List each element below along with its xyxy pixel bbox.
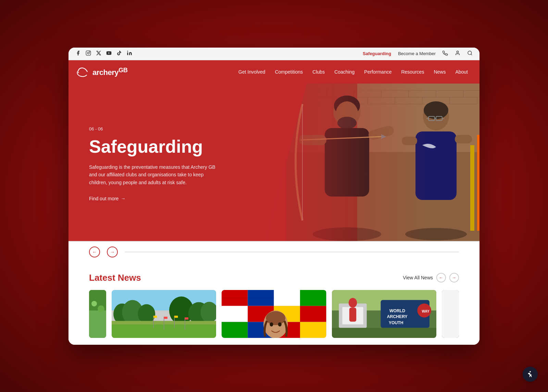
svg-point-57 — [138, 304, 155, 324]
svg-rect-82 — [300, 322, 326, 338]
svg-point-5 — [468, 51, 472, 55]
svg-text:WAY: WAY — [422, 309, 429, 313]
logo-icon — [75, 64, 90, 79]
hero-date: 06 - 06 — [89, 126, 269, 131]
phone-icon[interactable] — [443, 50, 448, 57]
twitter-icon[interactable] — [96, 50, 101, 57]
news-card-2-svg — [222, 290, 326, 338]
svg-rect-49 — [286, 84, 480, 241]
svg-point-99 — [349, 298, 357, 307]
facebook-icon[interactable] — [75, 50, 81, 57]
svg-point-103 — [530, 371, 531, 372]
news-card-3[interactable]: WORLD ARCHERY YOUTH WAY — [332, 290, 436, 338]
svg-point-88 — [278, 322, 282, 326]
hero-description: Safeguarding is the preventative measure… — [89, 163, 219, 186]
top-right-links: Safeguarding Become a Member — [363, 50, 473, 57]
social-icons — [75, 50, 132, 57]
nav-item-get-involved[interactable]: Get Involved — [234, 60, 270, 84]
view-all-label[interactable]: View All News — [403, 275, 433, 280]
nav-item-competitions[interactable]: Competitions — [270, 60, 308, 84]
svg-point-3 — [127, 51, 128, 52]
logo[interactable]: archeryGB — [75, 64, 128, 79]
carousel-next-button[interactable]: → — [107, 246, 118, 257]
nav-bar: archeryGB Get Involved Competitions Club… — [68, 60, 480, 84]
nav-item-coaching[interactable]: Coaching — [329, 60, 359, 84]
svg-rect-79 — [222, 322, 248, 338]
nav-item-about[interactable]: About — [450, 60, 473, 84]
nav-item-resources[interactable]: Resources — [396, 60, 429, 84]
news-prev-button[interactable]: ← — [436, 273, 446, 282]
carousel-progress-bar — [125, 252, 459, 252]
news-card-partial-right-svg — [442, 290, 459, 338]
news-card-3-svg: WORLD ARCHERY YOUTH WAY — [332, 290, 436, 338]
svg-point-86 — [266, 311, 286, 325]
hero-background-image — [286, 84, 480, 241]
svg-point-2 — [89, 51, 90, 52]
logo-gb: GB — [119, 66, 128, 74]
svg-rect-68 — [174, 316, 178, 318]
svg-point-1 — [87, 52, 89, 54]
latest-news-section: Latest News View All News ← → — [68, 262, 480, 345]
news-next-button[interactable]: → — [449, 273, 459, 282]
svg-rect-74 — [300, 290, 326, 306]
browser-frame: Safeguarding Become a Member archeryGB — [68, 48, 480, 345]
svg-rect-73 — [274, 290, 300, 306]
instagram-icon[interactable] — [86, 50, 91, 57]
news-card-partial-left — [89, 290, 106, 338]
latest-news-title: Latest News — [89, 273, 141, 283]
news-card-partial-img — [89, 290, 106, 338]
svg-point-52 — [91, 301, 97, 306]
svg-rect-75 — [222, 306, 248, 322]
search-icon[interactable] — [467, 50, 473, 57]
user-icon[interactable] — [455, 50, 460, 57]
logo-text: archeryGB — [92, 66, 128, 77]
news-card-3-image: WORLD ARCHERY YOUTH WAY — [332, 290, 436, 338]
svg-text:YOUTH: YOUTH — [389, 320, 403, 325]
top-bar: Safeguarding Become a Member — [68, 48, 480, 60]
safeguarding-link[interactable]: Safeguarding — [363, 51, 391, 56]
news-cards-container: WORLD ARCHERY YOUTH WAY — [89, 290, 459, 338]
svg-rect-64 — [153, 316, 157, 318]
svg-rect-78 — [300, 306, 326, 322]
hero-section: 06 - 06 Safeguarding Safeguarding is the… — [68, 84, 480, 241]
svg-rect-100 — [349, 307, 356, 321]
svg-rect-101 — [332, 328, 436, 338]
hero-scene-svg — [286, 84, 480, 241]
hero-cta-link[interactable]: Find out more → — [89, 196, 269, 201]
nav-links: Get Involved Competitions Clubs Coaching… — [234, 60, 473, 84]
latest-news-header: Latest News View All News ← → — [89, 273, 459, 283]
svg-rect-102 — [442, 290, 459, 338]
youtube-icon[interactable] — [106, 50, 112, 57]
news-card-2-image — [222, 290, 326, 338]
become-member-link[interactable]: Become a Member — [398, 51, 436, 56]
nav-item-performance[interactable]: Performance — [359, 60, 396, 84]
news-card-1-image — [112, 290, 216, 338]
news-card-2[interactable] — [222, 290, 326, 338]
nav-item-clubs[interactable]: Clubs — [308, 60, 329, 84]
linkedin-icon[interactable] — [127, 50, 132, 57]
accessibility-icon — [526, 370, 534, 378]
hero-right-panel — [286, 84, 480, 241]
carousel-controls: ← → — [68, 241, 480, 262]
accessibility-button[interactable] — [523, 367, 538, 382]
svg-point-87 — [270, 322, 273, 326]
svg-rect-70 — [185, 317, 188, 319]
hero-title: Safeguarding — [89, 137, 269, 156]
tiktok-icon[interactable] — [116, 50, 122, 57]
news-card-1[interactable] — [112, 290, 216, 338]
view-all-news: View All News ← → — [403, 273, 459, 282]
svg-rect-0 — [86, 51, 90, 55]
hero-left-panel: 06 - 06 Safeguarding Safeguarding is the… — [68, 84, 286, 241]
nav-item-news[interactable]: News — [429, 60, 450, 84]
svg-text:WORLD: WORLD — [389, 308, 405, 313]
hero-cta-label: Find out more — [89, 196, 119, 201]
news-card-partial-right — [442, 290, 459, 338]
carousel-prev-button[interactable]: ← — [89, 246, 100, 257]
svg-rect-66 — [164, 317, 167, 319]
news-card-1-svg — [112, 290, 216, 338]
hero-cta-arrow: → — [121, 196, 125, 201]
svg-text:ARCHERY: ARCHERY — [387, 314, 407, 319]
svg-point-53 — [98, 305, 104, 312]
svg-point-4 — [457, 51, 458, 53]
svg-line-6 — [471, 54, 472, 55]
